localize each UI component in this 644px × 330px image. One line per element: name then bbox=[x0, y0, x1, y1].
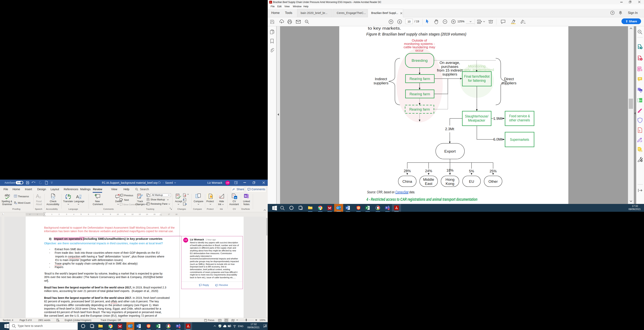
svg-text:5%: 5% bbox=[469, 169, 474, 173]
svg-text:Rearing farm: Rearing farm bbox=[410, 92, 430, 96]
svg-text:Food service &: Food service & bbox=[509, 114, 530, 118]
svg-text:in: in bbox=[234, 196, 236, 199]
svg-text:あ: あ bbox=[68, 194, 70, 197]
svg-text:Rearing farm: Rearing farm bbox=[410, 77, 430, 81]
svg-text:ComexStat: ComexStat bbox=[395, 190, 408, 194]
svg-text:1.9Mt: 1.9Mt bbox=[493, 117, 502, 121]
svg-text:Middle: Middle bbox=[423, 177, 434, 182]
svg-text:Supermarkets: Supermarkets bbox=[510, 137, 529, 142]
svg-text:Indirect: Indirect bbox=[375, 77, 387, 81]
svg-text:from 15 indirect: from 15 indirect bbox=[437, 68, 463, 72]
svg-text:Final farm/feedlot: Final farm/feedlot bbox=[464, 74, 490, 78]
svg-text:Export: Export bbox=[444, 149, 456, 153]
svg-text:A: A bbox=[76, 194, 79, 199]
svg-text:suppliers: suppliers bbox=[442, 72, 457, 76]
svg-text:Direct: Direct bbox=[504, 77, 514, 81]
svg-text:6.0Mt: 6.0Mt bbox=[493, 137, 502, 141]
svg-text:data.: data. bbox=[409, 190, 415, 194]
svg-text:a: a bbox=[66, 196, 67, 199]
svg-text:Breeding: Breeding bbox=[412, 59, 428, 63]
svg-text:Meatpacker: Meatpacker bbox=[468, 118, 486, 122]
svg-text:other channels: other channels bbox=[509, 118, 530, 122]
svg-text:occur: occur bbox=[415, 49, 424, 52]
svg-text:25%: 25% bbox=[490, 169, 496, 173]
svg-text:Other: Other bbox=[488, 179, 498, 184]
svg-text:suppliers: suppliers bbox=[502, 81, 516, 85]
svg-text:Slaughterhouse/: Slaughterhouse/ bbox=[465, 114, 488, 118]
svg-text:123: 123 bbox=[16, 203, 17, 204]
svg-text:⤷: ⤷ bbox=[524, 20, 525, 22]
svg-text:Source: CRR, based on: Source: CRR, based on bbox=[367, 190, 394, 194]
svg-text:Rearing farm: Rearing farm bbox=[410, 107, 430, 111]
svg-text:?: ? bbox=[612, 12, 613, 14]
svg-text:EU: EU bbox=[469, 179, 474, 184]
svg-text:China: China bbox=[402, 179, 412, 184]
svg-text:for fattening: for fattening bbox=[468, 78, 486, 83]
svg-text:24%: 24% bbox=[425, 169, 432, 173]
svg-text:On average,: On average, bbox=[440, 61, 460, 65]
svg-text:18%: 18% bbox=[446, 168, 454, 172]
svg-text:suppliers: suppliers bbox=[374, 81, 388, 85]
svg-text:to key markets.: to key markets. bbox=[368, 26, 401, 30]
svg-text:28%: 28% bbox=[404, 169, 411, 173]
svg-text:purchases: purchases bbox=[441, 65, 458, 69]
svg-text:Hong: Hong bbox=[446, 177, 454, 182]
svg-text:East: East bbox=[425, 182, 432, 186]
svg-text:가: 가 bbox=[79, 194, 82, 197]
svg-text:4 - Restricted access to CAR r: 4 - Restricted access to CAR registratio… bbox=[366, 197, 478, 202]
svg-text:2.3Mt: 2.3Mt bbox=[445, 127, 454, 131]
svg-text:Figure 8: Brazilian beef suppl: Figure 8: Brazilian beef supply chain st… bbox=[366, 32, 466, 36]
svg-text:N: N bbox=[244, 194, 246, 198]
svg-text:Kong: Kong bbox=[446, 182, 454, 186]
